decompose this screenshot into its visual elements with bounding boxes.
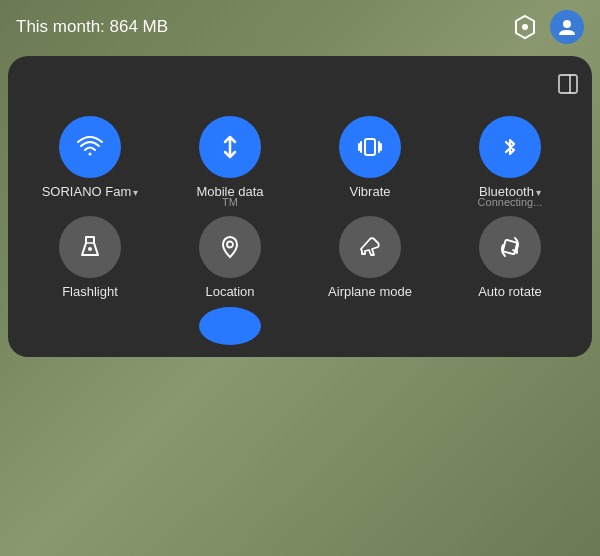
wifi-label: SORIANO Fam▾ (42, 184, 139, 200)
quick-settings-panel: SORIANO Fam▾ Mobile data TM (8, 56, 592, 357)
wifi-circle (59, 116, 121, 178)
mobile-data-tile[interactable]: Mobile data TM (175, 116, 285, 208)
mobile-data-label-group: Mobile data TM (196, 184, 263, 208)
svg-point-5 (227, 241, 233, 247)
tiles-row-3-partial (20, 307, 580, 345)
flashlight-circle (59, 216, 121, 278)
wifi-label-group: SORIANO Fam▾ (42, 184, 139, 200)
partial-tile-4[interactable] (455, 307, 565, 345)
mobile-data-circle (199, 116, 261, 178)
airplane-circle (339, 216, 401, 278)
panel-header (20, 72, 580, 100)
partial-circle-3 (339, 307, 401, 345)
status-bar: This month: 864 MB (0, 0, 600, 52)
partial-tile-2[interactable] (175, 307, 285, 345)
flashlight-label: Flashlight (62, 284, 118, 300)
wifi-icon (75, 132, 105, 162)
svg-rect-3 (365, 139, 375, 155)
airplane-label: Airplane mode (328, 284, 412, 300)
bluetooth-icon (495, 132, 525, 162)
airplane-tile[interactable]: Airplane mode (315, 216, 425, 300)
vibrate-label: Vibrate (350, 184, 391, 200)
bluetooth-circle (479, 116, 541, 178)
location-tile[interactable]: Location (175, 216, 285, 300)
auto-rotate-icon (496, 233, 524, 261)
auto-rotate-circle (479, 216, 541, 278)
mobile-data-sublabel: TM (222, 196, 238, 208)
bluetooth-label-group: Bluetooth▾ Connecting... (478, 184, 543, 208)
svg-point-0 (522, 24, 528, 30)
location-label: Location (205, 284, 254, 300)
status-icons (508, 10, 584, 44)
vibrate-tile[interactable]: Vibrate (315, 116, 425, 208)
svg-rect-2 (559, 75, 577, 93)
partial-circle-4 (479, 307, 541, 345)
flashlight-icon (76, 233, 104, 261)
location-icon (216, 233, 244, 261)
vibrate-circle (339, 116, 401, 178)
user-account-icon[interactable] (550, 10, 584, 44)
wifi-dropdown-arrow: ▾ (133, 187, 138, 199)
auto-rotate-tile[interactable]: Auto rotate (455, 216, 565, 300)
partial-circle-1 (59, 307, 121, 345)
partial-circle-2 (199, 307, 261, 345)
partial-tile-1[interactable] (35, 307, 145, 345)
data-usage-label: This month: 864 MB (16, 17, 168, 37)
bluetooth-sublabel: Connecting... (478, 196, 543, 208)
svg-point-1 (563, 20, 571, 28)
tiles-row-1: SORIANO Fam▾ Mobile data TM (20, 116, 580, 208)
vibrate-icon (355, 132, 385, 162)
edit-tiles-button[interactable] (556, 72, 580, 100)
location-circle (199, 216, 261, 278)
partial-tile-3[interactable] (315, 307, 425, 345)
flashlight-tile[interactable]: Flashlight (35, 216, 145, 300)
auto-rotate-label: Auto rotate (478, 284, 542, 300)
mobile-data-icon (215, 132, 245, 162)
wifi-tile[interactable]: SORIANO Fam▾ (35, 116, 145, 208)
tiles-row-2: Flashlight Location Airplane mode (20, 216, 580, 300)
svg-point-4 (88, 247, 92, 251)
hexagon-icon (508, 10, 542, 44)
airplane-icon (356, 233, 384, 261)
bluetooth-tile[interactable]: Bluetooth▾ Connecting... (455, 116, 565, 208)
